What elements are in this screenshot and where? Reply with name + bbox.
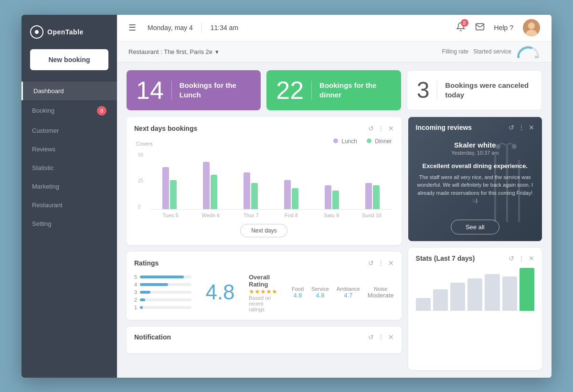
see-all-button[interactable]: See all [451, 220, 499, 234]
stats-title: Stats (Last 7 days) [416, 254, 475, 262]
close-icon[interactable]: ✕ [388, 125, 394, 132]
chart-bars [150, 152, 392, 210]
restaurant-name: Restaurant : The first, Paris 2e [128, 48, 212, 55]
sidebar-item-setting[interactable]: Setting [21, 214, 117, 233]
more-icon[interactable]: ⋮ [378, 125, 384, 132]
nav-label-reviews: Reviews [32, 146, 55, 153]
rating-bar-fill-3 [140, 291, 150, 294]
reviews-header: Incoming reviews ↺ ⋮ ✕ [416, 124, 534, 131]
stats-bars [416, 268, 534, 311]
sidebar-item-booking[interactable]: Booking8 [21, 100, 117, 121]
ratings-more-icon[interactable]: ⋮ [378, 259, 384, 267]
incoming-reviews-widget: Incoming reviews ↺ ⋮ ✕ Skaler white Yest… [408, 117, 542, 241]
notification-actions: ↺ ⋮ ✕ [368, 333, 394, 341]
lunch-bar-2 [244, 172, 250, 209]
new-booking-button[interactable]: New booking [30, 49, 108, 70]
based-on-text: Based on recent ratings [249, 295, 277, 312]
lunch-bar-5 [365, 183, 372, 209]
notif-close-icon[interactable]: ✕ [388, 333, 394, 341]
big-rating: 4.8 [201, 282, 239, 303]
dinner-count: 22 [276, 78, 304, 103]
reviews-actions: ↺ ⋮ ✕ [509, 124, 534, 131]
sidebar-item-marketing[interactable]: Marketing [21, 177, 117, 196]
nav-badge-booking: 8 [97, 106, 106, 116]
bar-group-5 [353, 183, 392, 209]
x-label-2: Thur 7 [231, 212, 271, 218]
notification-icon[interactable]: 8 [456, 22, 466, 33]
stats-actions: ↺ ⋮ ✕ [509, 254, 534, 262]
hamburger-icon[interactable]: ☰ [128, 22, 136, 33]
avatar[interactable] [523, 19, 540, 36]
nav-label-restaurant: Restaurant [32, 201, 63, 209]
ratings-refresh-icon[interactable]: ↺ [368, 259, 374, 267]
x-label-3: Frid 8 [271, 212, 311, 218]
nav-label-dashboard: Dashboard [33, 87, 64, 95]
sidebar-item-customer[interactable]: Customer [21, 121, 117, 140]
review-headline: Excellent overall dining experience. [416, 162, 534, 170]
sidebar-item-restaurant[interactable]: Restaurant [21, 196, 117, 214]
filling-rate-label: Filling rate [442, 48, 468, 55]
dinner-label: Bookings for the dinner [319, 81, 392, 99]
overall-label: Overall Rating [249, 274, 277, 288]
mail-icon[interactable] [475, 22, 485, 33]
stars: ★★★★★ [249, 288, 277, 295]
review-body: The staff were all very nice, and the se… [416, 173, 534, 205]
rating-bar-fill-2 [140, 298, 145, 301]
ratings-widget: Ratings ↺ ⋮ ✕ 5 4 3 2 [127, 252, 402, 320]
sidebar-item-dashboard[interactable]: Dashboard [21, 82, 117, 100]
lunch-bar-0 [162, 167, 169, 209]
notif-more-icon[interactable]: ⋮ [378, 333, 384, 341]
dinner-stat-card: 22 Bookings for the dinner [266, 70, 401, 110]
filling-rate: Filling rate Started service 9 30 [442, 43, 540, 60]
rating-bar-row-4: 4 [134, 282, 191, 287]
restaurant-selector[interactable]: Restaurant : The first, Paris 2e ▾ [128, 48, 219, 55]
svg-text:9: 9 [518, 55, 520, 59]
sidebar-item-reviews[interactable]: Reviews [21, 140, 117, 159]
next-days-button[interactable]: Next days [240, 224, 287, 237]
next-days-widget: Next days bookings ↺ ⋮ ✕ Covers [127, 117, 402, 245]
rating-categories: Food4.8Service4.8Ambiance4.7NoiseModerat… [292, 286, 394, 299]
dinner-bar-5 [373, 185, 380, 209]
stats-header: Stats (Last 7 days) ↺ ⋮ ✕ [416, 254, 534, 262]
topbar-date: Monday, may 4 [148, 24, 193, 32]
reviews-refresh-icon[interactable]: ↺ [509, 124, 514, 131]
stats-bar-3 [467, 278, 482, 311]
ratings-close-icon[interactable]: ✕ [388, 259, 394, 267]
sidebar: OpenTable New booking DashboardBooking8C… [21, 15, 117, 378]
canceled-stat-card: 3 Bookings were canceled today [407, 70, 542, 110]
stats-refresh-icon[interactable]: ↺ [509, 254, 514, 262]
stats-more-icon[interactable]: ⋮ [518, 254, 525, 262]
content-area: 14 Bookings for the Lunch 22 Bookings fo… [117, 63, 552, 378]
svg-point-1 [528, 22, 535, 29]
rating-bar-fill-1 [140, 306, 142, 309]
topbar-divider [202, 23, 202, 32]
big-rating-container: 4.8 [201, 282, 239, 303]
help-button[interactable]: Help ? [494, 24, 513, 32]
stats-bar-0 [416, 298, 431, 311]
lunch-label: Bookings for the Lunch [180, 81, 252, 99]
rating-bar-fill-4 [140, 283, 168, 286]
covers-label: Covers [136, 141, 153, 147]
bar-group-1 [191, 162, 230, 209]
bar-group-2 [232, 172, 270, 209]
svg-text:30: 30 [534, 55, 538, 59]
bar-group-0 [150, 167, 189, 209]
rating-bar-row-1: 1 [134, 305, 191, 310]
notification-title: Notification [134, 333, 171, 341]
x-label-5: Sund 10 [351, 212, 392, 218]
reviews-close-icon[interactable]: ✕ [529, 124, 534, 131]
reviews-more-icon[interactable]: ⋮ [518, 124, 525, 131]
lunch-stat-card: 14 Bookings for the Lunch [127, 70, 261, 110]
notif-refresh-icon[interactable]: ↺ [368, 333, 374, 341]
nav-label-booking: Booking [32, 107, 54, 114]
refresh-icon[interactable]: ↺ [368, 125, 374, 132]
stats-close-icon[interactable]: ✕ [529, 254, 534, 262]
x-label-0: Tues 5 [150, 212, 191, 218]
filling-rate-status: Started service [473, 48, 511, 55]
lunch-bar-3 [284, 180, 291, 209]
chart-container: 50 25 0 Tues 5Wedn 6Thur 7Frid 8Satu 9Su… [150, 152, 392, 218]
topbar-right: 8 Help ? [456, 19, 540, 36]
sidebar-item-statistic[interactable]: Statistic [21, 159, 117, 177]
stats-bar-1 [433, 289, 448, 311]
reviews-title: Incoming reviews [416, 124, 472, 131]
